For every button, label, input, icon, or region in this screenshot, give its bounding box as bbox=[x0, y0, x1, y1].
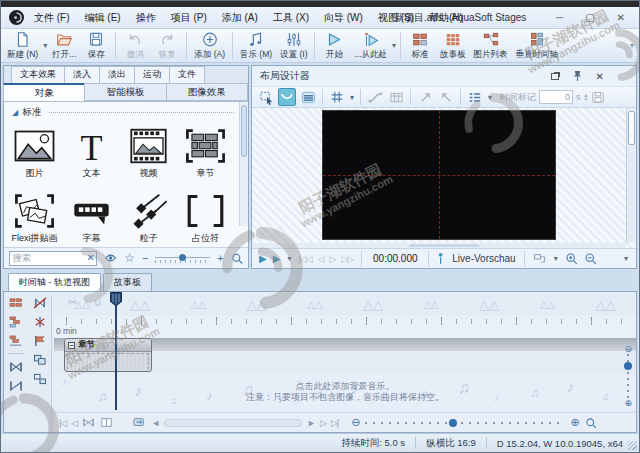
track-zoom-in-icon[interactable]: ⊕ bbox=[624, 398, 632, 408]
menu-tools[interactable]: 工具 (X) bbox=[273, 11, 309, 25]
motion-path-button[interactable] bbox=[366, 88, 384, 106]
tab-fade-out[interactable]: 淡出 bbox=[99, 66, 135, 83]
maximize-button[interactable]: ▢ bbox=[585, 12, 594, 23]
new-button[interactable]: 新建 (N) bbox=[3, 30, 42, 61]
selection-tool-button[interactable] bbox=[257, 88, 275, 106]
menu-project[interactable]: 项目 (P) bbox=[171, 11, 207, 25]
next-item-icon[interactable]: ▷ bbox=[320, 418, 326, 428]
preview-horizontal-scrollbar[interactable] bbox=[252, 243, 626, 248]
track-zoom-out-icon[interactable]: ⊖ bbox=[624, 344, 632, 354]
play-dropdown-icon[interactable]: ▾ bbox=[392, 41, 396, 50]
random-transition-button[interactable] bbox=[31, 314, 49, 329]
track-height-slider[interactable]: ⊖ ⊕ bbox=[624, 344, 632, 408]
timeline-tracks[interactable]: ✂ ∪ △△△△△△△△△△△△△△△△△△△△ 0 min − 章节 bbox=[54, 292, 636, 432]
storyboard-view-button[interactable]: 故事板 bbox=[436, 30, 470, 61]
previous-item-icon[interactable]: ◁ bbox=[71, 418, 77, 428]
chapter-clip[interactable]: − 章节 bbox=[64, 338, 152, 372]
image-list-view-button[interactable]: 图片列表 bbox=[470, 30, 512, 61]
open-button[interactable]: 打开... bbox=[48, 30, 80, 61]
zoom-out-magnifier-icon[interactable] bbox=[584, 252, 597, 265]
transition-alt-button[interactable] bbox=[7, 378, 25, 393]
tab-image-effects[interactable]: 图像效果 bbox=[166, 83, 248, 101]
tab-files[interactable]: 文件 bbox=[169, 66, 205, 83]
track-slider-thumb[interactable] bbox=[624, 362, 632, 370]
standard-view-button[interactable]: 标准 bbox=[404, 30, 436, 61]
play-button[interactable]: 开始 bbox=[318, 30, 350, 61]
object-item-text[interactable]: T 文本 bbox=[63, 127, 120, 182]
rotate-right-button[interactable] bbox=[437, 88, 455, 106]
redo-button[interactable]: 恢复 bbox=[151, 30, 183, 61]
menu-file[interactable]: 文件 (F) bbox=[34, 11, 70, 25]
time-marker-spinner[interactable]: ▲▼ bbox=[584, 93, 589, 101]
music-track[interactable]: ♪♫♪♫♪♫♪♫♪♫♪♫♪♫♪♫ 点击此处添加背景音乐。 注意：只要项目不包含图… bbox=[54, 374, 636, 410]
curve-mode-button[interactable] bbox=[278, 88, 296, 106]
timeline-zoom-out-icon[interactable]: ⊖ bbox=[351, 416, 360, 429]
preview-canvas-area[interactable] bbox=[252, 108, 636, 248]
go-to-start-icon[interactable]: |◁ bbox=[59, 418, 66, 428]
menu-operation[interactable]: 操作 bbox=[136, 11, 156, 25]
preview-vertical-scrollbar[interactable] bbox=[626, 108, 636, 243]
object-item-particles[interactable]: 粒子 bbox=[120, 192, 177, 247]
track-layout-single-button[interactable] bbox=[7, 295, 25, 310]
object-item-subtitle[interactable]: 字幕 bbox=[63, 192, 120, 247]
ungroup-button[interactable] bbox=[31, 371, 49, 386]
timeline-ruler[interactable]: 0 min bbox=[54, 316, 636, 338]
tab-objects[interactable]: 对象 bbox=[3, 83, 85, 101]
skip-to-end-icon[interactable]: ▷▷ bbox=[341, 254, 353, 264]
standard-section-header[interactable]: ◢ 标准 bbox=[4, 102, 248, 119]
display-mode-icon[interactable] bbox=[533, 253, 547, 265]
menu-wizard[interactable]: 向导 (W) bbox=[324, 11, 363, 25]
vertical-timeline-view-button[interactable]: 垂直时间轴 bbox=[512, 30, 563, 61]
settings-button[interactable]: 设置 (I) bbox=[276, 30, 311, 61]
scrollbar-thumb[interactable] bbox=[409, 244, 479, 247]
list-dropdown-icon[interactable]: ▾ bbox=[488, 93, 492, 102]
float-panel-icon[interactable] bbox=[551, 73, 559, 80]
menu-edit[interactable]: 编辑 (E) bbox=[85, 11, 121, 25]
fit-view-icon[interactable] bbox=[82, 417, 95, 428]
scroll-left-icon[interactable]: ◄ bbox=[151, 418, 159, 428]
no-transition-button[interactable] bbox=[31, 295, 49, 310]
group-button[interactable] bbox=[31, 352, 49, 367]
save-button[interactable]: 保存 bbox=[80, 30, 112, 61]
object-item-video[interactable]: 视频 bbox=[120, 127, 177, 182]
transport-overflow-icon[interactable]: ▾ bbox=[624, 254, 628, 263]
undo-button[interactable]: 撤消 bbox=[119, 30, 151, 61]
playhead-line[interactable] bbox=[115, 292, 117, 410]
tab-storyboard[interactable]: 故事板 bbox=[103, 273, 152, 291]
add-button[interactable]: 添加 (A) bbox=[190, 30, 229, 61]
chapter-track[interactable]: − 章节 bbox=[54, 338, 636, 374]
display-mode-dropdown-icon[interactable]: ▾ bbox=[554, 254, 558, 263]
magnifier-icon[interactable] bbox=[231, 252, 243, 265]
object-track[interactable]: ✂ ∪ △△△△△△△△△△△△△△△△△△△△ bbox=[54, 292, 636, 316]
save-marker-icon[interactable] bbox=[591, 91, 605, 104]
track-layout-overlap-button[interactable] bbox=[7, 333, 25, 348]
tab-motion[interactable]: 运动 bbox=[134, 66, 170, 83]
tab-fade-in[interactable]: 淡入 bbox=[64, 66, 100, 83]
music-button[interactable]: 音乐 (M) bbox=[236, 30, 276, 61]
visibility-eye-icon[interactable] bbox=[104, 252, 117, 264]
tab-timeline-track-view[interactable]: 时间轴 - 轨道视图 bbox=[8, 273, 101, 291]
favorites-star-icon[interactable]: ☆ bbox=[124, 251, 135, 265]
track-layout-staggered-button[interactable] bbox=[7, 314, 25, 329]
zoom-in-magnifier-icon[interactable] bbox=[565, 252, 578, 265]
close-panel-icon[interactable]: ✕ bbox=[596, 71, 604, 82]
play-options-dropdown-icon[interactable]: ▾ bbox=[287, 254, 291, 263]
scroll-right-icon[interactable]: ► bbox=[307, 418, 315, 428]
chapter-clip-body[interactable] bbox=[67, 353, 149, 372]
follow-playhead-icon[interactable] bbox=[132, 417, 146, 428]
object-item-placeholder[interactable]: 占位符 bbox=[177, 192, 234, 247]
timeline-horizontal-scrollbar[interactable] bbox=[164, 419, 302, 427]
menu-add[interactable]: 添加 (A) bbox=[222, 11, 258, 25]
transition-button[interactable] bbox=[7, 359, 25, 374]
timeline-zoom-in-icon[interactable]: ⊕ bbox=[570, 416, 579, 429]
stripes-view-button[interactable] bbox=[299, 88, 317, 106]
tab-smart-templates[interactable]: 智能模板 bbox=[84, 83, 166, 101]
rotate-left-button[interactable] bbox=[416, 88, 434, 106]
zoom-out-icon[interactable]: − bbox=[142, 252, 148, 264]
step-forward-icon[interactable]: ▷ bbox=[330, 254, 336, 264]
thumbnail-size-slider[interactable] bbox=[155, 251, 210, 265]
object-item-flexi-collage[interactable]: Flexi拼贴画 bbox=[6, 192, 63, 247]
scrollbar-thumb[interactable] bbox=[628, 111, 635, 145]
preview-play-from-here-icon[interactable]: ▶ bbox=[273, 253, 281, 264]
zoom-slider-thumb[interactable] bbox=[449, 419, 457, 427]
